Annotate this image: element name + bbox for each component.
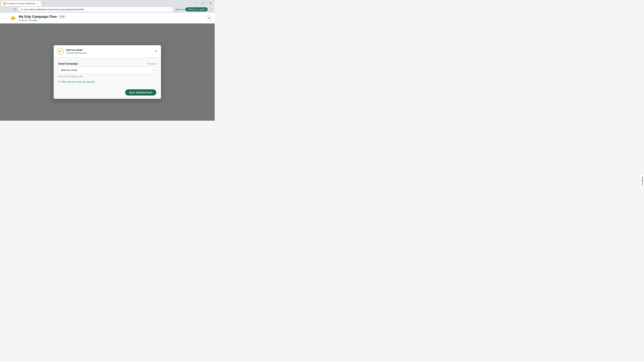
mailchimp-logo (10, 14, 17, 22)
active-tab[interactable]: M Customer Journeys | Mailchimp ✕ (1, 1, 41, 6)
tab-title: Customer Journeys | Mailchimp (7, 2, 35, 5)
tab-close-button[interactable]: ✕ (36, 2, 39, 5)
browser-chrome: M Customer Journeys | Mailchimp ✕ + ─ □ … (0, 0, 215, 13)
header-title-section: My Drip Campaign Flow Draft Audience: Mo… (19, 15, 204, 21)
back-navigation-button[interactable]: ‹ (3, 16, 8, 20)
audience-link[interactable]: Moodjoy (29, 19, 37, 21)
required-label: Required (148, 62, 156, 65)
minimize-button[interactable]: ─ (192, 0, 199, 6)
relaunch-button[interactable]: Relaunch to update (186, 7, 208, 11)
field-label: Email Campaign (58, 62, 78, 65)
modal-body: Email Campaign Required Welcome email ▾ … (54, 57, 161, 87)
browser-menu-button[interactable]: ⋮ (209, 7, 213, 12)
tab-bar: M Customer Journeys | Mailchimp ✕ + ─ □ … (0, 0, 215, 6)
campaign-title: My Drip Campaign Flow Draft (19, 15, 204, 18)
campaign-select[interactable]: Welcome email (58, 66, 156, 74)
audience-text: Audience: Moodjoy (19, 19, 204, 21)
campaign-select-wrapper: Welcome email ▾ (58, 66, 156, 74)
url-text: us21.admin.mailchimp.com/customer-journe… (24, 8, 168, 11)
main-canvas: ▶ Sent an email Change starting point ✕ … (0, 23, 215, 121)
modal-close-button[interactable]: ✕ (154, 49, 158, 54)
window-controls: ─ □ ✕ (192, 0, 215, 6)
svg-point-6 (12, 17, 13, 17)
modal-dialog: ▶ Sent an email Change starting point ✕ … (54, 45, 161, 99)
new-tab-button[interactable]: + (42, 1, 46, 6)
modal-footer: Save Starting Point (54, 87, 161, 99)
modal-overlay: ▶ Sent an email Change starting point ✕ … (0, 23, 215, 121)
bookmark-icon[interactable]: ☆ (169, 8, 171, 11)
play-icon-circle: ▶ (57, 48, 64, 55)
tab-favicon: M (3, 2, 6, 5)
back-button[interactable]: ← (1, 7, 6, 12)
field-header-row: Email Campaign Required (58, 62, 156, 65)
modal-header: ▶ Sent an email Change starting point ✕ (54, 45, 161, 57)
lock-icon: 🔒 (20, 8, 23, 10)
filter-icon: ≡ (58, 80, 60, 83)
address-bar[interactable]: 🔒 us21.admin.mailchimp.com/customer-jour… (18, 7, 173, 12)
address-bar-row: ← → ↻ 🔒 us21.admin.mailchimp.com/custome… (0, 6, 215, 13)
change-starting-point-link[interactable]: Change starting point (66, 52, 87, 54)
modal-title: Sent an email (66, 48, 158, 51)
save-starting-point-button[interactable]: Save Starting Point (125, 89, 156, 95)
forward-button[interactable]: → (7, 7, 12, 12)
field-hint: The email campaign sent (58, 75, 156, 78)
app-header: ‹ My Drip Campaign Flow Draft Audience: … (0, 13, 215, 23)
svg-point-8 (11, 17, 12, 18)
draft-badge: Draft (58, 15, 66, 18)
profile-button[interactable]: Incognito (180, 7, 184, 12)
filter-journey-link[interactable]: ≡ Filter who can enter this journey (58, 80, 156, 83)
modal-header-text: Sent an email Change starting point (66, 48, 158, 54)
maximize-button[interactable]: □ (199, 0, 207, 6)
refresh-button[interactable]: ↻ (13, 7, 18, 12)
svg-point-7 (14, 17, 14, 17)
close-window-button[interactable]: ✕ (207, 0, 215, 6)
close-header-button[interactable]: ✕ (206, 15, 212, 21)
extensions-button[interactable]: 🧩 (174, 7, 179, 12)
svg-point-9 (14, 17, 16, 18)
